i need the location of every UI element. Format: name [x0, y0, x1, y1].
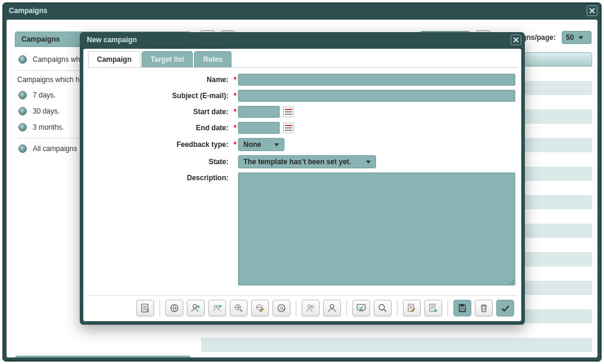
globe-link-button[interactable]	[230, 300, 248, 316]
label-end-date: End date:	[89, 124, 232, 132]
doc-arrow-icon	[428, 303, 439, 313]
start-date-input[interactable]	[238, 106, 280, 118]
feedback-type-value: None	[243, 140, 261, 149]
chevron-down-icon	[274, 143, 279, 146]
svg-rect-14	[357, 305, 365, 310]
table-row[interactable]	[201, 338, 592, 352]
radio-icon	[18, 91, 27, 99]
svg-point-9	[278, 305, 285, 312]
sidebar-filter-3months-label: 3 months.	[33, 123, 64, 131]
row-name: Name: *	[89, 74, 515, 86]
per-page-value: 50	[566, 33, 574, 42]
end-date-input[interactable]	[238, 122, 280, 134]
row-subject: Subject (E-mail): *	[89, 90, 515, 102]
modal-bottom-toolbar	[87, 295, 518, 318]
globe-edit-button[interactable]	[251, 300, 269, 316]
campaign-form: Name: * Subject (E-mail): * Start date: …	[89, 74, 515, 293]
calendar-icon[interactable]	[283, 106, 294, 117]
edit-doc-button[interactable]	[403, 300, 421, 316]
save-button[interactable]	[453, 300, 471, 316]
required-indicator: *	[232, 124, 238, 132]
add-group-button[interactable]	[208, 300, 226, 316]
tab-roles[interactable]: Roles	[194, 51, 231, 68]
toolbar-separator	[159, 300, 160, 316]
per-page-select[interactable]: 50	[562, 31, 592, 44]
confirm-button[interactable]	[496, 300, 514, 316]
name-input[interactable]	[238, 74, 515, 86]
window-titlebar: Campaigns	[3, 3, 601, 18]
required-indicator: *	[232, 108, 238, 116]
row-state: State: * The template has't been set yet…	[89, 155, 515, 168]
grid-header-cell[interactable]	[543, 53, 592, 66]
sidebar-filter-7days-label: 7 days.	[33, 91, 56, 99]
save-icon	[457, 303, 468, 313]
modal-body: Campaign Target list Roles Name: * Subje…	[83, 49, 521, 321]
user-icon	[327, 303, 337, 313]
state-value: The template has't been set yet.	[243, 158, 351, 166]
users-button[interactable]	[302, 300, 320, 316]
close-icon	[589, 7, 596, 14]
required-indicator: *	[232, 140, 238, 149]
description-textarea[interactable]	[238, 172, 515, 285]
window-close-button[interactable]	[587, 5, 597, 16]
modal-tabs: Campaign Target list Roles	[88, 51, 231, 68]
globe-button[interactable]	[165, 300, 183, 316]
svg-point-15	[379, 305, 384, 310]
email-button[interactable]	[273, 300, 290, 316]
label-name: Name:	[89, 76, 232, 84]
label-state: State:	[89, 158, 232, 166]
new-campaign-modal: New campaign Campaign Target list Roles …	[80, 32, 525, 325]
check-icon	[500, 303, 511, 313]
user-button[interactable]	[323, 300, 341, 316]
svg-point-4	[193, 305, 197, 308]
report-button[interactable]	[136, 300, 154, 316]
presentation-button[interactable]	[352, 300, 370, 316]
row-end-date: End date: *	[89, 122, 515, 134]
state-select[interactable]: The template has't been set yet.	[238, 155, 376, 168]
table-row[interactable]	[201, 324, 592, 338]
doc-edit-icon	[406, 303, 417, 313]
label-subject: Subject (E-mail):	[89, 92, 232, 100]
chevron-down-icon	[366, 161, 371, 164]
window-title: Campaigns	[9, 7, 48, 15]
label-description: Description:	[89, 172, 232, 182]
radio-icon	[18, 123, 27, 131]
delete-button[interactable]	[475, 300, 493, 316]
feedback-type-select[interactable]: None	[238, 138, 284, 151]
presentation-icon	[356, 303, 367, 313]
svg-point-5	[214, 305, 217, 308]
required-indicator: *	[232, 76, 238, 84]
preview-button[interactable]	[374, 300, 392, 316]
export-doc-button[interactable]	[424, 300, 442, 316]
radio-icon	[18, 55, 27, 64]
add-user-button[interactable]	[187, 300, 205, 316]
row-description: Description: *	[89, 172, 515, 285]
at-icon	[276, 303, 287, 313]
modal-titlebar: New campaign	[80, 32, 525, 48]
label-feedback: Feedback type:	[89, 140, 232, 149]
tab-campaign[interactable]: Campaign	[88, 51, 140, 68]
toolbar-separator	[346, 300, 347, 316]
toolbar-separator	[447, 300, 448, 316]
sidebar-search-header[interactable]: Search	[15, 356, 191, 357]
radio-icon	[18, 107, 27, 115]
sidebar-filter-30days-label: 30 days.	[33, 107, 60, 115]
tab-target-list[interactable]: Target list	[142, 51, 193, 68]
report-icon	[140, 303, 151, 313]
globe-link-icon	[233, 303, 244, 313]
svg-rect-18	[461, 305, 464, 307]
tabs-border	[87, 67, 518, 68]
calendar-icon[interactable]	[283, 123, 294, 133]
subject-input[interactable]	[238, 90, 515, 102]
row-feedback: Feedback type: * None	[89, 138, 515, 151]
row-start-date: Start date: *	[89, 106, 515, 118]
modal-title: New campaign	[87, 36, 137, 44]
toolbar-separator	[296, 300, 296, 316]
toolbar-separator	[397, 300, 398, 316]
modal-close-button[interactable]	[511, 34, 521, 45]
svg-rect-19	[461, 308, 464, 311]
radio-icon	[18, 145, 27, 153]
globe-icon	[169, 303, 180, 313]
users-icon	[305, 303, 316, 313]
magnifier-icon	[377, 303, 388, 313]
